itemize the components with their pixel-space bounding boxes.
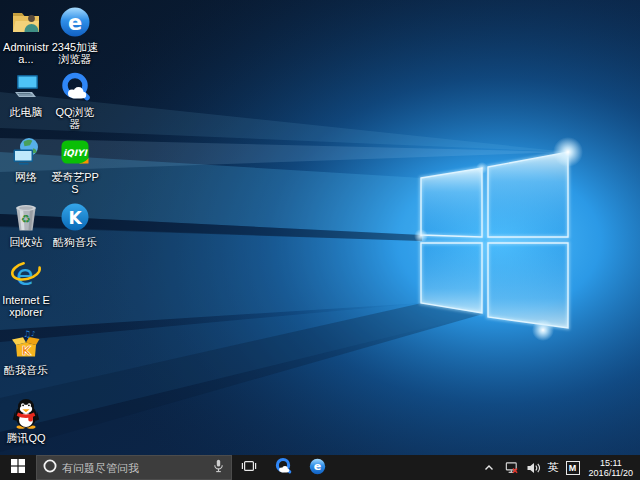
task-view-icon xyxy=(241,458,257,477)
desktop-icon-iqiyi[interactable]: iQIYI 爱奇艺PPS xyxy=(51,136,99,195)
recycle-bin-icon: ♻ xyxy=(10,201,42,233)
desktop-icon-label: 酷我音乐 xyxy=(2,364,50,376)
desktop-icon-label: 酷狗音乐 xyxy=(51,236,99,248)
hidden-icons-chevron[interactable] xyxy=(482,460,497,476)
desktop: Administra... e 2345加速浏览器 xyxy=(0,0,640,480)
task-view-button[interactable] xyxy=(232,455,266,480)
user-folder-icon xyxy=(10,6,42,38)
taskbar-qq-browser-button[interactable] xyxy=(266,455,300,480)
desktop-icon-label: 腾讯QQ xyxy=(2,432,50,444)
desktop-icon-internet-explorer[interactable]: e Internet Explorer xyxy=(2,259,50,318)
qq-browser-icon xyxy=(274,457,292,478)
svg-text:K: K xyxy=(68,208,82,228)
start-button[interactable] xyxy=(0,455,36,480)
desktop-icon-qq-browser[interactable]: QQ浏览器 xyxy=(51,71,99,130)
desktop-icon-kugou[interactable]: K 酷狗音乐 xyxy=(51,201,99,248)
clock-time: 15:11 xyxy=(589,458,633,468)
taskbar-clock[interactable]: 15:11 2016/11/20 xyxy=(587,458,635,478)
desktop-icon-label: QQ浏览器 xyxy=(51,106,99,130)
svg-text:♫: ♫ xyxy=(23,329,31,339)
ime-mode-indicator[interactable]: M xyxy=(566,461,580,475)
desktop-icon-label: 此电脑 xyxy=(2,106,50,118)
svg-text:e: e xyxy=(313,460,321,473)
desktop-icon-label: Administra... xyxy=(2,41,50,65)
svg-text:iQIYI: iQIYI xyxy=(63,148,89,158)
desktop-icon-this-pc[interactable]: 此电脑 xyxy=(2,71,50,118)
desktop-icon-label: 网络 xyxy=(2,171,50,183)
taskbar-empty-area xyxy=(334,455,482,480)
kuwo-music-icon: K ♫ ♪ xyxy=(10,329,42,361)
search-input[interactable] xyxy=(62,462,207,474)
taskbar-search-box[interactable] xyxy=(36,455,232,480)
tencent-qq-icon xyxy=(10,397,42,429)
svg-text:♻: ♻ xyxy=(21,213,31,226)
desktop-icon-tencent-qq[interactable]: 腾讯QQ xyxy=(2,397,50,444)
desktop-icon-label: 爱奇艺PPS xyxy=(51,171,99,195)
windows-start-icon xyxy=(11,459,25,476)
svg-text:e: e xyxy=(68,11,82,35)
desktop-icon-administrator[interactable]: Administra... xyxy=(2,6,50,65)
2345-browser-icon: e xyxy=(59,6,91,38)
system-tray: 英 M 15:11 2016/11/20 xyxy=(482,455,640,480)
desktop-icon-kuwo[interactable]: K ♫ ♪ 酷我音乐 xyxy=(2,329,50,376)
network-disconnected-icon[interactable] xyxy=(504,460,519,476)
desktop-icon-network[interactable]: 网络 xyxy=(2,136,50,183)
clock-date: 2016/11/20 xyxy=(589,468,633,478)
desktop-icon-recycle-bin[interactable]: ♻ 回收站 xyxy=(2,201,50,248)
cortana-icon xyxy=(43,459,57,477)
2345-browser-icon: e xyxy=(309,458,326,478)
qq-browser-icon xyxy=(59,71,91,103)
network-globe-icon xyxy=(10,136,42,168)
desktop-icon-2345-browser[interactable]: e 2345加速浏览器 xyxy=(51,6,99,65)
svg-text:K: K xyxy=(22,344,32,358)
speaker-icon[interactable] xyxy=(526,460,541,476)
desktop-icon-label: 2345加速浏览器 xyxy=(51,41,99,65)
desktop-icon-label: Internet Explorer xyxy=(2,294,50,318)
kugou-music-icon: K xyxy=(59,201,91,233)
computer-icon xyxy=(10,71,42,103)
svg-text:♪: ♪ xyxy=(31,330,35,338)
iqiyi-icon: iQIYI xyxy=(59,136,91,168)
taskbar: e xyxy=(0,455,640,480)
taskbar-2345-browser-button[interactable]: e xyxy=(300,455,334,480)
desktop-icon-label: 回收站 xyxy=(2,236,50,248)
input-language-indicator[interactable]: 英 xyxy=(548,460,559,475)
desktop-icon-grid: Administra... e 2345加速浏览器 xyxy=(0,0,110,455)
microphone-icon[interactable] xyxy=(212,459,225,477)
internet-explorer-icon: e xyxy=(10,259,42,291)
